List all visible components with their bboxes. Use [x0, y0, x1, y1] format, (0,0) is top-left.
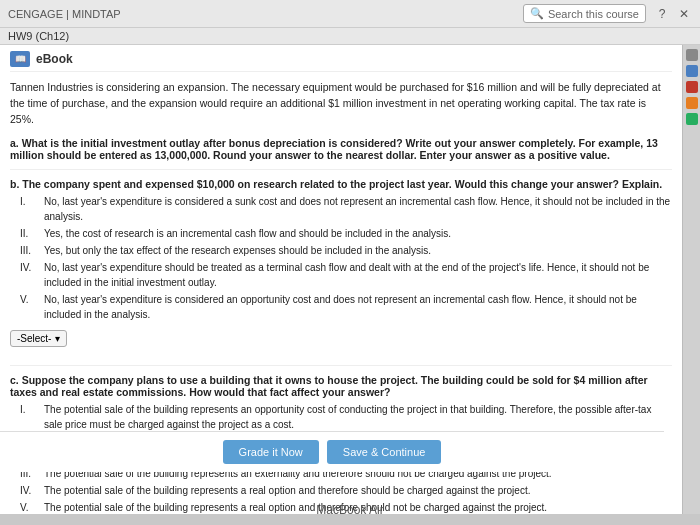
close-button[interactable]: ✕	[676, 6, 692, 22]
sidebar-item-5[interactable]	[686, 113, 698, 125]
part-c-label: c. Suppose the company plans to use a bu…	[10, 374, 672, 398]
top-icons: ? ✕	[654, 6, 692, 22]
part-b-select[interactable]: -Select- ▾	[10, 330, 67, 347]
main-question-text: Tannen Industries is considering an expa…	[10, 80, 672, 127]
list-item: V. No, last year's expenditure is consid…	[20, 292, 672, 322]
bottom-buttons: Grade it Now Save & Continue	[0, 431, 664, 472]
sidebar-item-1[interactable]	[686, 49, 698, 61]
part-b-label: b. The company spent and expensed $10,00…	[10, 178, 672, 190]
list-item: III. Yes, but only the tax effect of the…	[20, 243, 672, 258]
option-c-1: The potential sale of the building repre…	[44, 402, 672, 432]
right-sidebar	[682, 45, 700, 514]
option-b-5: No, last year's expenditure is considere…	[44, 292, 672, 322]
top-bar-right: 🔍 Search this course ? ✕	[523, 4, 692, 23]
search-icon: 🔍	[530, 7, 544, 20]
option-c-4: The potential sale of the building repre…	[44, 483, 530, 498]
option-c-5: The potential sale of the building repre…	[44, 500, 547, 514]
sidebar-item-4[interactable]	[686, 97, 698, 109]
option-b-4: No, last year's expenditure should be tr…	[44, 260, 672, 290]
ebook-panel: 📖 eBook Tannen Industries is considering…	[0, 45, 682, 514]
macbook-label: MacBook Air	[316, 503, 383, 517]
help-button[interactable]: ?	[654, 6, 670, 22]
breadcrumb: CENGAGE | MINDTAP	[8, 8, 121, 20]
sidebar-item-2[interactable]	[686, 65, 698, 77]
divider-b	[10, 365, 672, 366]
top-bar: CENGAGE | MINDTAP 🔍 Search this course ?…	[0, 0, 700, 28]
list-item: IV. The potential sale of the building r…	[20, 483, 672, 498]
part-b-options: I. No, last year's expenditure is consid…	[20, 194, 672, 322]
sidebar-item-3[interactable]	[686, 81, 698, 93]
option-b-1: No, last year's expenditure is considere…	[44, 194, 672, 224]
ebook-header: 📖 eBook	[10, 51, 672, 72]
ebook-icon: 📖	[10, 51, 30, 67]
save-continue-button[interactable]: Save & Continue	[327, 440, 442, 464]
option-b-3: Yes, but only the tax effect of the rese…	[44, 243, 431, 258]
list-item: I. The potential sale of the building re…	[20, 402, 672, 432]
breadcrumb-text: CENGAGE | MINDTAP	[8, 8, 121, 20]
ebook-title: eBook	[36, 52, 73, 66]
list-item: IV. No, last year's expenditure should b…	[20, 260, 672, 290]
search-label: Search this course	[548, 8, 639, 20]
chevron-down-icon: ▾	[55, 333, 60, 344]
list-item: II. Yes, the cost of research is an incr…	[20, 226, 672, 241]
divider-a	[10, 169, 672, 170]
hw-label-text: HW9 (Ch12)	[8, 30, 69, 42]
grade-button[interactable]: Grade it Now	[223, 440, 319, 464]
part-b-select-label: -Select-	[17, 333, 51, 344]
main-content: 📖 eBook Tannen Industries is considering…	[0, 45, 700, 514]
option-b-2: Yes, the cost of research is an incremen…	[44, 226, 451, 241]
hw-label: HW9 (Ch12)	[0, 28, 700, 45]
search-box[interactable]: 🔍 Search this course	[523, 4, 646, 23]
list-item: I. No, last year's expenditure is consid…	[20, 194, 672, 224]
part-a-label: a. What is the initial investment outlay…	[10, 137, 672, 161]
